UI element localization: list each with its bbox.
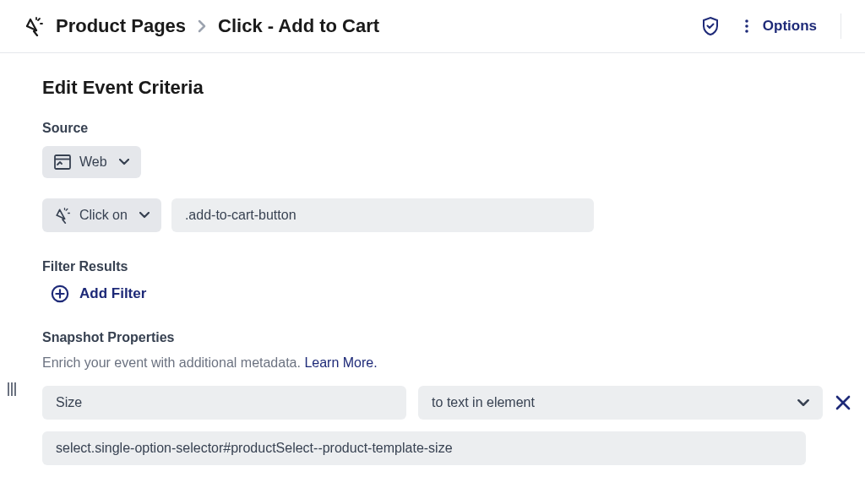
breadcrumb-current: Click - Add to Cart [218,15,379,37]
panel-drag-handle[interactable] [8,382,16,396]
kebab-icon [739,19,754,34]
property-selector-input[interactable] [42,431,806,465]
options-label: Options [763,18,817,35]
source-select[interactable]: Web [42,146,141,178]
svg-rect-3 [8,382,9,396]
chevron-down-icon [119,159,129,165]
source-label: Source [42,121,851,136]
add-filter-button[interactable]: Add Filter [51,285,851,303]
snapshot-properties-label: Snapshot Properties [42,330,851,345]
learn-more-link[interactable]: Learn More. [304,355,377,370]
chevron-down-icon [797,399,809,407]
chevron-down-icon [139,212,150,219]
chevron-right-icon [198,19,206,33]
breadcrumb: Product Pages Click - Add to Cart [24,15,379,37]
snapshot-description: Enrich your event with additional metada… [42,355,851,371]
svg-point-1 [745,24,748,28]
browser-icon [54,154,71,170]
remove-property-button[interactable] [835,394,851,411]
property-type-select[interactable]: to text in element [418,386,823,420]
property-name-input[interactable] [42,386,406,420]
breadcrumb-parent[interactable]: Product Pages [56,15,186,37]
svg-point-2 [745,30,748,33]
section-title: Edit Event Criteria [42,77,851,99]
options-button[interactable]: Options [739,18,817,35]
divider [841,14,841,39]
svg-rect-4 [11,382,13,396]
cursor-click-icon [54,207,71,224]
plus-circle-icon [51,285,69,303]
svg-point-0 [745,19,748,23]
svg-rect-6 [55,155,70,169]
shield-icon[interactable] [700,16,721,36]
filter-results-label: Filter Results [42,259,851,274]
cursor-click-icon [24,16,44,36]
action-type-select[interactable]: Click on [42,198,161,232]
css-selector-input[interactable] [171,198,594,232]
svg-rect-5 [14,382,16,396]
